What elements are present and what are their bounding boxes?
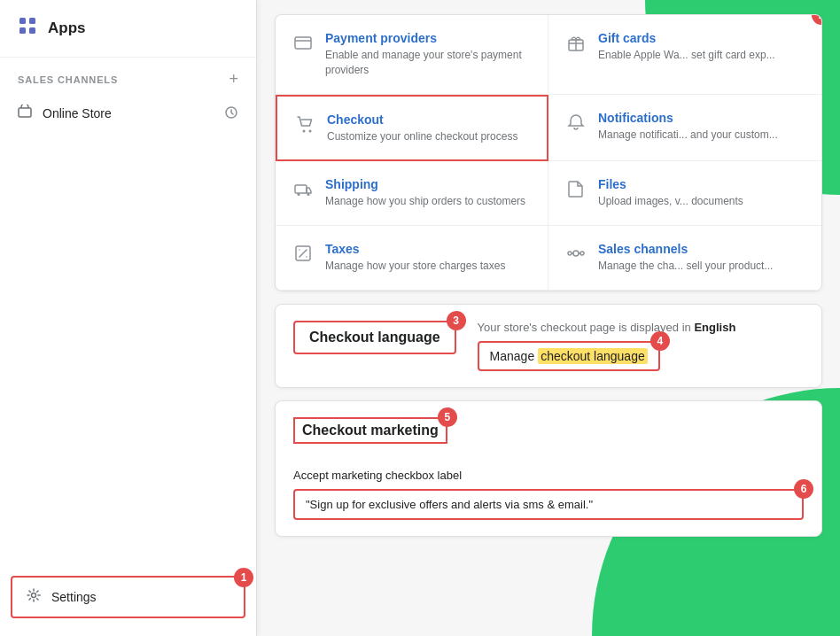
sales-channels-icon (566, 244, 586, 268)
svg-rect-4 (19, 108, 31, 117)
step-3-badge: 3 (447, 311, 466, 330)
checkout-marketing-section: Checkout marketing 5 Accept marketing ch… (275, 400, 822, 537)
shipping-text: Shipping Manage how you ship orders to c… (325, 177, 525, 209)
payment-providers-desc: Enable and manage your store's payment p… (325, 48, 530, 78)
notifications-text: Notifications Manage notificati... and y… (598, 111, 778, 143)
svg-rect-1 (29, 18, 35, 24)
shipping-title: Shipping (325, 177, 525, 191)
svg-rect-2 (19, 27, 26, 34)
step-1-badge: 1 (234, 568, 253, 587)
gift-cards-desc: Enable Apple Wa... set gift card exp... (598, 48, 775, 63)
settings-notifications[interactable]: Notifications Manage notificati... and y… (548, 95, 821, 162)
gift-cards-title: Gift cards (598, 31, 775, 45)
settings-sales-channels[interactable]: Sales channels Manage the cha... sell yo… (548, 226, 821, 291)
online-store-label: Online Store (43, 106, 112, 120)
sales-channels-header: SALES CHANNELS + (0, 58, 256, 96)
svg-rect-3 (29, 27, 35, 34)
svg-point-6 (32, 593, 36, 598)
svg-point-17 (580, 252, 584, 255)
notifications-title: Notifications (598, 111, 778, 125)
sidebar-bottom-area: Settings 1 (0, 576, 256, 618)
settings-panel: 2 Payment providers Enable and manage yo… (275, 14, 822, 291)
settings-icon (27, 588, 41, 606)
shipping-icon (293, 179, 313, 203)
taxes-title: Taxes (325, 242, 505, 256)
checkout-language-section: Checkout language 3 Your store's checkou… (275, 304, 822, 388)
sidebar-item-online-store[interactable]: Online Store (0, 96, 256, 131)
checkout-icon (295, 114, 315, 138)
settings-item[interactable]: Settings 1 (11, 576, 245, 618)
svg-point-15 (573, 251, 579, 256)
checkout-text: Checkout Customize your online checkout … (327, 112, 517, 144)
step-5-badge: 5 (438, 407, 457, 427)
sales-channels-grid-desc: Manage the cha... sell your product... (598, 259, 773, 274)
svg-point-12 (298, 193, 300, 196)
settings-files[interactable]: Files Upload images, v... documents (548, 161, 821, 226)
app-container: Apps SALES CHANNELS + Online Store (0, 0, 840, 636)
checkout-language-highlight: checkout language (538, 348, 648, 364)
files-icon (566, 179, 586, 203)
main-content: 2 Payment providers Enable and manage yo… (257, 0, 840, 636)
files-title: Files (598, 177, 743, 191)
checkout-language-info: Your store's checkout page is displayed … (478, 321, 736, 371)
settings-taxes[interactable]: Taxes Manage how your store charges taxe… (276, 226, 548, 291)
svg-rect-7 (295, 37, 311, 49)
svg-point-13 (307, 193, 310, 196)
apps-icon (18, 16, 37, 41)
notifications-icon (566, 112, 586, 136)
step-4-badge: 4 (650, 331, 670, 351)
svg-point-10 (309, 129, 312, 132)
checkout-desc: Customize your online checkout process (327, 129, 517, 144)
checkout-marketing-title: Checkout marketing (293, 417, 447, 444)
sales-channels-text: Sales channels Manage the cha... sell yo… (598, 242, 773, 274)
settings-gift-cards[interactable]: Gift cards Enable Apple Wa... set gift c… (548, 15, 821, 95)
settings-label: Settings (51, 590, 97, 604)
payment-providers-icon (293, 33, 313, 57)
payment-providers-title: Payment providers (325, 31, 530, 45)
svg-rect-11 (295, 185, 307, 193)
sidebar-apps-item[interactable]: Apps (0, 0, 256, 58)
taxes-icon (293, 244, 313, 268)
settings-checkout[interactable]: Checkout Customize your online checkout … (276, 95, 548, 162)
online-store-actions (224, 105, 238, 122)
gift-cards-icon (566, 33, 586, 57)
svg-point-9 (303, 129, 306, 132)
sales-channels-title: SALES CHANNELS (18, 74, 118, 85)
checkout-title: Checkout (327, 112, 517, 127)
manage-link-text: Manage checkout language (490, 348, 648, 364)
sales-channels-grid-title: Sales channels (598, 242, 773, 256)
apps-label: Apps (48, 19, 86, 37)
taxes-desc: Manage how your store charges taxes (325, 259, 505, 274)
marketing-checkbox-label: Accept marketing checkbox label (293, 469, 804, 482)
files-text: Files Upload images, v... documents (598, 177, 743, 209)
checkout-language-box: Checkout language (293, 321, 456, 354)
settings-shipping[interactable]: Shipping Manage how you ship orders to c… (276, 161, 548, 226)
marketing-checkbox-input[interactable] (293, 489, 804, 520)
gift-cards-text: Gift cards Enable Apple Wa... set gift c… (598, 31, 775, 63)
sidebar: Apps SALES CHANNELS + Online Store (0, 0, 257, 636)
svg-rect-0 (19, 18, 26, 24)
notifications-desc: Manage notificati... and your custom... (598, 128, 778, 143)
shipping-desc: Manage how you ship orders to customers (325, 194, 525, 209)
step-6-badge: 6 (794, 479, 813, 499)
settings-grid: Payment providers Enable and manage your… (276, 15, 821, 291)
add-channel-button[interactable]: + (229, 70, 238, 89)
online-store-icon (18, 105, 32, 122)
checkout-lang-text: Your store's checkout page is displayed … (478, 321, 736, 334)
settings-payment-providers[interactable]: Payment providers Enable and manage your… (276, 15, 548, 95)
files-desc: Upload images, v... documents (598, 194, 743, 209)
taxes-text: Taxes Manage how your store charges taxe… (325, 242, 505, 274)
payment-providers-text: Payment providers Enable and manage your… (325, 31, 530, 78)
manage-checkout-language-link[interactable]: Manage checkout language (478, 341, 660, 371)
svg-point-16 (568, 252, 572, 255)
